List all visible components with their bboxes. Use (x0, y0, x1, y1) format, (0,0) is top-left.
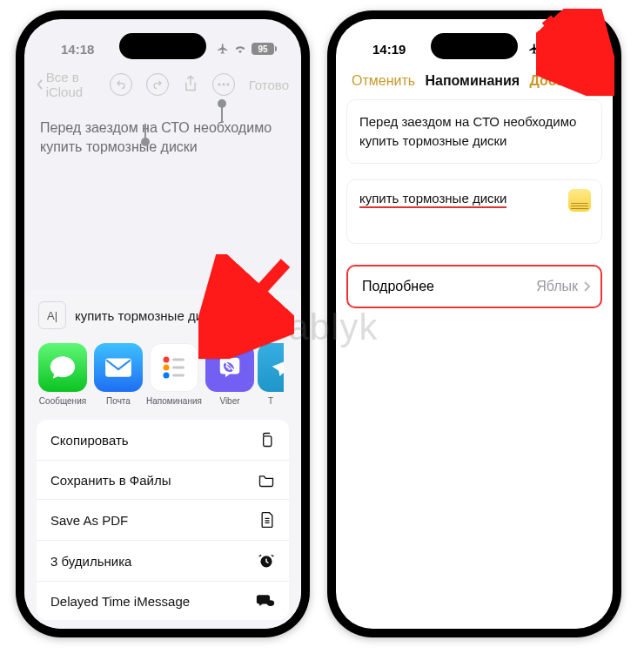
redo-icon (152, 79, 163, 90)
dynamic-island (119, 33, 206, 59)
svg-rect-7 (172, 359, 184, 361)
source-note-card: Перед заездом на СТО необходимо купить т… (346, 99, 602, 164)
annotation-arrow-add (536, 9, 614, 96)
share-app-mail[interactable]: Почта (91, 343, 146, 406)
undo-button[interactable] (110, 73, 132, 96)
notes-navbar: Все в iCloud Готово (24, 66, 301, 103)
details-label: Подробнее (362, 279, 434, 294)
chevron-right-icon (583, 280, 590, 293)
text-format-chip: A| (38, 301, 66, 329)
phone-right: 14:19 95 Отменить Напоминания Добавить П… (327, 10, 621, 637)
svg-point-0 (218, 83, 220, 85)
done-button[interactable]: Готово (249, 78, 289, 92)
battery-level: 95 (252, 43, 274, 55)
back-button[interactable]: Все в iCloud (37, 70, 110, 99)
source-note-text: Перед заездом на СТО необходимо купить т… (359, 114, 576, 148)
alarm-icon (258, 552, 275, 570)
messages-icon (48, 353, 77, 382)
ellipsis-icon (218, 83, 230, 86)
share-actions-list: Скопировать Сохранить в Файлы Save As PD… (37, 420, 289, 620)
phone-left: 14:18 95 Все в iCloud (16, 10, 310, 637)
svg-rect-10 (264, 436, 272, 447)
document-icon (259, 511, 275, 529)
svg-point-2 (226, 83, 229, 85)
more-button[interactable] (212, 73, 235, 96)
reminder-title-input[interactable]: купить тормозные диски (359, 191, 506, 208)
mail-icon (104, 356, 133, 379)
chevron-left-icon (37, 78, 44, 91)
action-delayed-imessage[interactable]: Delayed Time iMessage (37, 582, 289, 620)
chat-icon (256, 593, 275, 609)
undo-icon (116, 79, 126, 90)
copy-icon (258, 431, 275, 448)
wifi-icon (233, 44, 247, 54)
action-copy[interactable]: Скопировать (37, 420, 289, 461)
cancel-button[interactable]: Отменить (352, 73, 415, 89)
status-time: 14:18 (61, 42, 94, 57)
reminder-title-card[interactable]: купить тормозные диски (346, 179, 602, 244)
dynamic-island (431, 33, 518, 59)
folder-icon (258, 472, 275, 488)
edit-actions-link[interactable]: Редактировать действия (33, 620, 292, 629)
action-save-files[interactable]: Сохранить в Файлы (37, 461, 289, 500)
reminders-icon (158, 352, 190, 383)
share-app-reminders[interactable]: Напоминания (146, 343, 202, 406)
annotation-arrow-reminders (198, 254, 294, 359)
svg-rect-8 (172, 367, 184, 369)
airplane-icon (217, 43, 229, 55)
details-value: Яблык (536, 279, 578, 294)
note-text: Перед заездом на СТО необходимо купить т… (40, 120, 272, 154)
svg-point-5 (164, 365, 170, 371)
details-row[interactable]: Подробнее Яблык (346, 265, 602, 308)
svg-line-15 (547, 19, 597, 77)
svg-point-13 (267, 600, 274, 606)
status-time: 14:19 (372, 42, 406, 57)
redo-button[interactable] (146, 73, 169, 96)
svg-rect-9 (172, 374, 184, 377)
status-indicators: 95 (217, 43, 277, 55)
svg-line-14 (214, 263, 285, 341)
back-label: Все в iCloud (46, 70, 110, 99)
svg-point-1 (222, 83, 225, 85)
page-title: Напоминания (425, 73, 520, 89)
svg-point-6 (164, 373, 170, 379)
action-save-pdf[interactable]: Save As PDF (37, 500, 289, 541)
action-alarms[interactable]: 3 будильника (37, 541, 289, 582)
svg-point-4 (164, 357, 170, 363)
note-content[interactable]: Перед заездом на СТО необходимо купить т… (24, 103, 301, 173)
share-icon[interactable] (183, 75, 198, 94)
notes-app-icon (568, 189, 591, 212)
svg-rect-3 (105, 358, 131, 376)
share-app-messages[interactable]: Сообщения (35, 343, 91, 406)
